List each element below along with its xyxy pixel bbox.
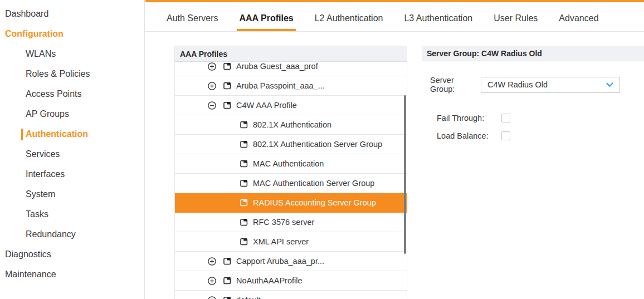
tree-row-rfc-3576-server[interactable]: RFC 3576 server <box>175 213 407 232</box>
server-group-label: Server Group: <box>430 76 481 94</box>
profile-document-icon <box>240 121 248 129</box>
top-accent-bar <box>145 0 644 2</box>
sidebar-item-label: Roles & Policies <box>26 69 90 79</box>
tree-row-label: RFC 3576 server <box>253 218 314 227</box>
sidebar-item-system[interactable]: System <box>0 184 144 204</box>
tab-label: User Rules <box>494 13 538 23</box>
chevron-down-icon <box>606 82 613 87</box>
sidebar-item-label: Interfaces <box>26 169 65 179</box>
sidebar-item-label: AP Groups <box>26 109 69 119</box>
sidebar-item-label: Maintenance <box>5 269 56 280</box>
tab-label: L3 Authentication <box>404 13 472 23</box>
tab-label: L2 Authentication <box>315 13 383 23</box>
tab-label: Advanced <box>559 13 598 23</box>
profile-document-icon <box>223 296 231 299</box>
field-label: Load Balance: <box>437 131 501 140</box>
aaa-profiles-panel-header: AAA Profiles <box>175 46 407 62</box>
tree-row-mac-authentication-server-group[interactable]: MAC Authentication Server Group <box>175 174 407 193</box>
sidebar-item-wlans[interactable]: WLANs <box>0 44 144 64</box>
sidebar-item-dashboard[interactable]: Dashboard <box>0 4 144 24</box>
sidebar-item-redundancy[interactable]: Redundancy <box>0 224 144 244</box>
field-label: Fail Through: <box>437 114 501 122</box>
profile-document-icon <box>240 238 248 246</box>
sidebar-item-label: Redundancy <box>26 229 76 239</box>
server-group-panel: Server Group: C4W Radius Old Server Grou… <box>422 46 644 299</box>
sidebar-item-authentication[interactable]: Authentication <box>0 124 144 144</box>
tree-row-label: 802.1X Authentication <box>253 120 331 129</box>
aaa-profiles-panel: AAA Profiles Aruba Guest_aaa_profAruba P… <box>174 46 407 299</box>
tree-row-label: MAC Authentication <box>253 159 324 168</box>
tree-row-label: default <box>236 296 261 299</box>
tree-row-default[interactable]: default <box>175 291 407 299</box>
tab-l3-authentication[interactable]: L3 Authentication <box>403 6 474 31</box>
server-group-dropdown[interactable]: C4W Radius Old <box>481 77 620 93</box>
field-row-fail-through: Fail Through: <box>437 113 644 123</box>
checkbox-rows: Fail Through:Load Balance: <box>422 113 644 141</box>
sidebar-nav: DashboardConfigurationWLANsRoles & Polic… <box>0 4 144 285</box>
tree-row-label: Aruba Guest_aaa_prof <box>236 62 318 71</box>
sidebar-item-label: System <box>26 189 55 199</box>
scrollbar-thumb[interactable] <box>404 95 406 254</box>
minus-circle-icon[interactable] <box>207 101 217 110</box>
server-group-panel-title: Server Group: C4W Radius Old <box>427 49 542 58</box>
plus-circle-icon[interactable] <box>207 62 217 71</box>
tab-label: AAA Profiles <box>239 13 293 23</box>
sidebar-item-label: Diagnostics <box>5 249 51 259</box>
plus-circle-icon[interactable] <box>207 296 217 299</box>
sidebar-item-maintenance[interactable]: Maintenance <box>0 264 144 285</box>
plus-circle-icon[interactable] <box>207 81 217 91</box>
sidebar-item-diagnostics[interactable]: Diagnostics <box>0 244 144 264</box>
tree-row-xml-api-server[interactable]: XML API server <box>175 232 407 252</box>
profile-document-icon <box>223 82 231 90</box>
field-row-load-balance: Load Balance: <box>437 131 644 141</box>
tree-row-aruba-passpoint-aaa[interactable]: Aruba Passpoint_aaa_... <box>175 76 407 96</box>
tab-l2-authentication[interactable]: L2 Authentication <box>314 6 384 31</box>
tree-row-label: 802.1X Authentication Server Group <box>253 140 382 149</box>
tree-row-label: C4W AAA Profile <box>236 101 297 110</box>
profile-document-icon <box>223 101 231 109</box>
profile-document-icon <box>240 179 248 187</box>
profile-document-icon <box>240 140 248 148</box>
load-balance-checkbox[interactable] <box>501 131 510 140</box>
sidebar-item-label: Access Points <box>26 89 81 99</box>
tab-advanced[interactable]: Advanced <box>558 6 599 31</box>
profile-document-icon <box>223 277 231 285</box>
plus-circle-icon[interactable] <box>207 276 217 286</box>
tree-row-c4w-aaa-profile[interactable]: C4W AAA Profile <box>175 96 407 115</box>
aaa-profiles-tree: Aruba Guest_aaa_profAruba Passpoint_aaa_… <box>175 62 407 299</box>
sidebar-item-label: Dashboard <box>5 9 48 19</box>
sidebar-item-configuration[interactable]: Configuration <box>0 24 144 44</box>
tree-row-mac-authentication[interactable]: MAC Authentication <box>175 154 407 174</box>
sidebar-item-ap-groups[interactable]: AP Groups <box>0 104 144 124</box>
sidebar-item-roles-policies[interactable]: Roles & Policies <box>0 64 144 84</box>
tree-row-label: XML API server <box>253 237 309 246</box>
sidebar-item-access-points[interactable]: Access Points <box>0 84 144 104</box>
tree-row-radius-accounting-server-group[interactable]: RADIUS Accounting Server Group <box>175 193 407 213</box>
tab-auth-servers[interactable]: Auth Servers <box>165 6 219 31</box>
tree-row-capport-aruba-aaa-pr[interactable]: Capport Aruba_aaa_pr... <box>175 252 407 271</box>
tree-row-802-1x-authentication-server-group[interactable]: 802.1X Authentication Server Group <box>175 135 407 154</box>
sidebar-item-tasks[interactable]: Tasks <box>0 204 144 224</box>
tree-row-802-1x-authentication[interactable]: 802.1X Authentication <box>175 115 407 135</box>
fail-through-checkbox[interactable] <box>501 114 510 122</box>
tab-bar-divider <box>145 31 644 32</box>
tree-row-label: Capport Aruba_aaa_pr... <box>236 257 324 266</box>
server-group-dropdown-value: C4W Radius Old <box>487 80 548 89</box>
tree-row-label: NoAuthAAAProfile <box>236 276 302 285</box>
sidebar-item-services[interactable]: Services <box>0 144 144 164</box>
plus-circle-icon[interactable] <box>207 257 217 266</box>
tab-aaa-profiles[interactable]: AAA Profiles <box>238 6 294 31</box>
sidebar-item-label: Tasks <box>26 209 48 219</box>
sidebar-item-label: Configuration <box>5 29 64 39</box>
sidebar-item-label: WLANs <box>26 49 56 59</box>
active-item-marker <box>21 129 23 140</box>
sidebar-item-interfaces[interactable]: Interfaces <box>0 164 144 184</box>
tab-user-rules[interactable]: User Rules <box>492 6 539 31</box>
tree-row-label: MAC Authentication Server Group <box>253 179 374 188</box>
sidebar: DashboardConfigurationWLANsRoles & Polic… <box>0 0 145 299</box>
sidebar-item-label: Authentication <box>26 129 88 139</box>
profile-document-icon <box>240 218 248 226</box>
tree-row-noauthaaaprofile[interactable]: NoAuthAAAProfile <box>175 271 407 291</box>
profile-document-icon <box>240 199 248 207</box>
tree-row-aruba-guest-aaa-prof[interactable]: Aruba Guest_aaa_prof <box>175 62 407 76</box>
